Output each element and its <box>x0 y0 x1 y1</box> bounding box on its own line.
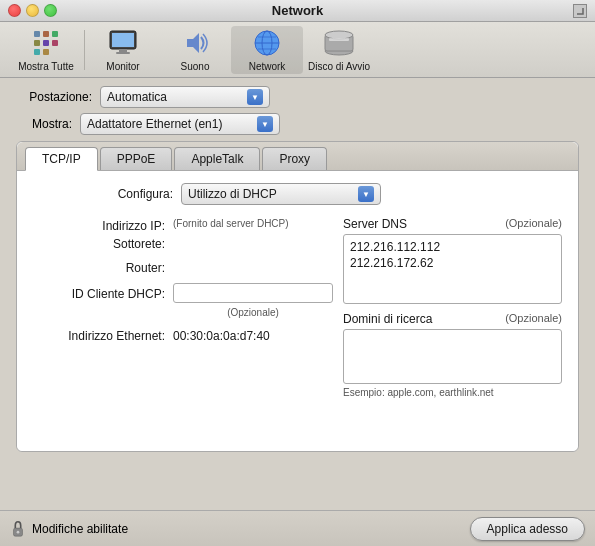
svg-rect-2 <box>52 31 58 37</box>
svg-rect-7 <box>43 49 49 55</box>
domini-label: Domini di ricerca <box>343 312 432 326</box>
monitor-icon <box>107 27 139 59</box>
mostra-label: Mostra: <box>12 117 72 131</box>
toolbar-label-monitor: Monitor <box>106 61 139 72</box>
toolbar: Mostra Tutte Monitor Suono <box>0 22 595 78</box>
sottorete-row: Sottorete: <box>33 235 333 251</box>
svg-rect-0 <box>34 31 40 37</box>
tab-content-tcpip: Configura: Utilizzo di DHCP Indirizzo IP… <box>17 171 578 451</box>
id-cliente-dhcp-area: ID Cliente DHCP: (Opzionale) <box>33 283 333 319</box>
minimize-button[interactable] <box>26 4 39 17</box>
dns-optional: (Opzionale) <box>505 217 562 231</box>
toolbar-item-network[interactable]: Network <box>231 26 303 74</box>
tab-appletalk[interactable]: AppleTalk <box>174 147 260 170</box>
grid-icon <box>30 27 62 59</box>
svg-rect-4 <box>43 40 49 46</box>
id-cliente-dhcp-label: ID Cliente DHCP: <box>33 285 173 301</box>
indirizzo-ethernet-label: Indirizzo Ethernet: <box>33 327 173 343</box>
dns-label: Server DNS <box>343 217 407 231</box>
globe-icon <box>251 27 283 59</box>
lock-status-label: Modifiche abilitate <box>32 522 128 536</box>
dns-box[interactable]: 212.216.112.112 212.216.172.62 <box>343 234 562 304</box>
domini-header: Domini di ricerca (Opzionale) <box>343 312 562 326</box>
tab-left-column: Indirizzo IP: (Fornito dal server DHCP) … <box>33 217 333 398</box>
svg-rect-6 <box>34 49 40 55</box>
postazione-row: Postazione: Automatica <box>12 86 583 108</box>
configura-row: Configura: Utilizzo di DHCP <box>33 183 562 205</box>
tab-tcpip[interactable]: TCP/IP <box>25 147 98 171</box>
window-title: Network <box>272 3 323 18</box>
configura-value: Utilizzo di DHCP <box>188 187 354 201</box>
disk-icon <box>323 27 355 59</box>
tab-main-layout: Indirizzo IP: (Fornito dal server DHCP) … <box>33 217 562 398</box>
dns-section: Server DNS (Opzionale) 212.216.112.112 2… <box>343 217 562 304</box>
mostra-dropdown[interactable]: Adattatore Ethernet (en1) <box>80 113 280 135</box>
toolbar-label-mostra-tutte: Mostra Tutte <box>18 61 74 72</box>
toolbar-label-network: Network <box>249 61 286 72</box>
domini-optional: (Opzionale) <box>505 312 562 326</box>
lock-icon <box>10 520 26 538</box>
title-bar: Network <box>0 0 595 22</box>
mostra-row: Mostra: Adattatore Ethernet (en1) <box>12 113 583 135</box>
maximize-button[interactable] <box>44 4 57 17</box>
indirizzo-ip-sublabel: (Fornito dal server DHCP) <box>173 218 289 229</box>
postazione-label: Postazione: <box>12 90 92 104</box>
traffic-lights[interactable] <box>8 4 57 17</box>
domini-section: Domini di ricerca (Opzionale) Esempio: a… <box>343 312 562 398</box>
indirizzo-ip-label: Indirizzo IP: <box>33 217 173 233</box>
bottom-bar: Modifiche abilitate Applica adesso <box>0 510 595 546</box>
domini-box[interactable] <box>343 329 562 384</box>
svg-rect-1 <box>43 31 49 37</box>
indirizzo-ip-row: Indirizzo IP: (Fornito dal server DHCP) <box>33 217 333 233</box>
speaker-icon <box>179 27 211 59</box>
postazione-dropdown[interactable]: Automatica <box>100 86 270 108</box>
configura-arrow-icon <box>358 186 374 202</box>
tab-panel: TCP/IP PPPoE AppleTalk Proxy Configura: … <box>16 141 579 452</box>
example-text: Esempio: apple.com, earthlink.net <box>343 387 562 398</box>
tab-right-column: Server DNS (Opzionale) 212.216.112.112 2… <box>343 217 562 398</box>
tab-pppoe[interactable]: PPPoE <box>100 147 173 170</box>
toolbar-item-mostra-tutte[interactable]: Mostra Tutte <box>10 26 82 74</box>
router-row: Router: <box>33 259 333 275</box>
id-cliente-dhcp-row: ID Cliente DHCP: <box>33 283 333 303</box>
postazione-arrow-icon <box>247 89 263 105</box>
dns-header: Server DNS (Opzionale) <box>343 217 562 231</box>
svg-rect-10 <box>119 49 127 52</box>
mostra-value: Adattatore Ethernet (en1) <box>87 117 253 131</box>
sottorete-label: Sottorete: <box>33 235 173 251</box>
toolbar-separator-1 <box>84 30 85 70</box>
configura-dropdown[interactable]: Utilizzo di DHCP <box>181 183 381 205</box>
toolbar-item-disco-avvio[interactable]: Disco di Avvio <box>303 26 375 74</box>
svg-point-20 <box>325 31 353 39</box>
indirizzo-ip-value-area: (Fornito dal server DHCP) <box>173 217 289 229</box>
toolbar-item-suono[interactable]: Suono <box>159 26 231 74</box>
indirizzo-ethernet-value: 00:30:0a:0a:d7:40 <box>173 327 270 343</box>
toolbar-item-monitor[interactable]: Monitor <box>87 26 159 74</box>
mostra-arrow-icon <box>257 116 273 132</box>
toolbar-label-suono: Suono <box>181 61 210 72</box>
tab-proxy[interactable]: Proxy <box>262 147 327 170</box>
main-content: Postazione: Automatica Mostra: Adattator… <box>0 78 595 452</box>
resize-icon[interactable] <box>573 4 587 18</box>
toolbar-label-disco-avvio: Disco di Avvio <box>308 61 370 72</box>
lock-area[interactable]: Modifiche abilitate <box>10 520 128 538</box>
svg-rect-3 <box>34 40 40 46</box>
id-cliente-optional: (Opzionale) <box>173 305 333 319</box>
tab-header: TCP/IP PPPoE AppleTalk Proxy <box>17 142 578 171</box>
svg-rect-21 <box>329 38 349 41</box>
svg-marker-12 <box>187 33 199 53</box>
svg-rect-11 <box>116 52 130 54</box>
configura-label: Configura: <box>33 187 173 201</box>
router-label: Router: <box>33 259 173 275</box>
svg-point-23 <box>17 530 20 533</box>
svg-rect-5 <box>52 40 58 46</box>
id-cliente-dhcp-input[interactable] <box>173 283 333 303</box>
dns-entry-1: 212.216.112.112 <box>348 239 557 255</box>
close-button[interactable] <box>8 4 21 17</box>
apply-button[interactable]: Applica adesso <box>470 517 585 541</box>
indirizzo-ethernet-row: Indirizzo Ethernet: 00:30:0a:0a:d7:40 <box>33 327 333 343</box>
dns-entry-2: 212.216.172.62 <box>348 255 557 271</box>
postazione-value: Automatica <box>107 90 243 104</box>
svg-rect-9 <box>112 33 134 47</box>
